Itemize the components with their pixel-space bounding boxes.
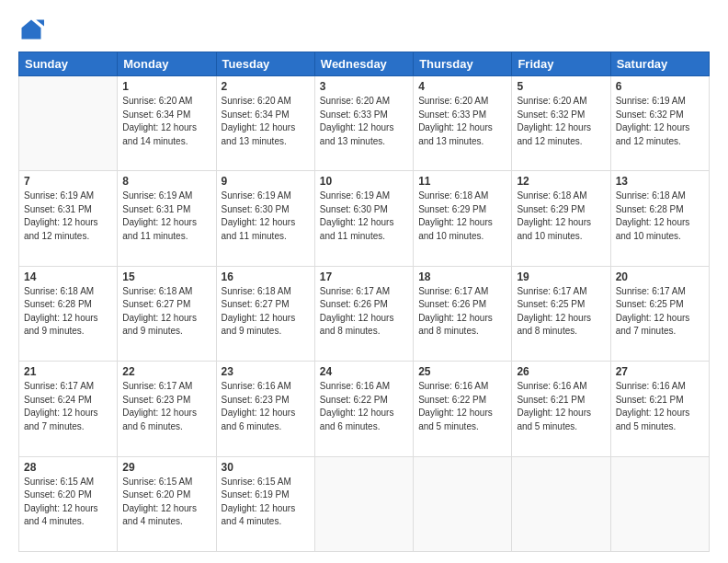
day-header-thursday: Thursday bbox=[414, 52, 512, 76]
day-cell bbox=[610, 456, 709, 551]
calendar-table: SundayMondayTuesdayWednesdayThursdayFrid… bbox=[18, 52, 710, 552]
day-number: 10 bbox=[320, 175, 408, 188]
logo bbox=[18, 17, 48, 42]
day-number: 17 bbox=[320, 270, 408, 283]
day-cell: 14Sunrise: 6:18 AM Sunset: 6:28 PM Dayli… bbox=[19, 266, 118, 361]
day-cell: 18Sunrise: 6:17 AM Sunset: 6:26 PM Dayli… bbox=[414, 266, 512, 361]
day-info: Sunrise: 6:18 AM Sunset: 6:28 PM Dayligh… bbox=[616, 190, 704, 243]
day-cell: 3Sunrise: 6:20 AM Sunset: 6:33 PM Daylig… bbox=[314, 76, 413, 171]
day-info: Sunrise: 6:15 AM Sunset: 6:20 PM Dayligh… bbox=[122, 476, 210, 529]
week-row-2: 7Sunrise: 6:19 AM Sunset: 6:31 PM Daylig… bbox=[19, 171, 710, 266]
day-cell: 28Sunrise: 6:15 AM Sunset: 6:20 PM Dayli… bbox=[19, 456, 118, 551]
calendar-header-row: SundayMondayTuesdayWednesdayThursdayFrid… bbox=[19, 52, 710, 76]
day-header-monday: Monday bbox=[118, 52, 216, 76]
day-cell: 9Sunrise: 6:19 AM Sunset: 6:30 PM Daylig… bbox=[216, 171, 314, 266]
day-cell: 17Sunrise: 6:17 AM Sunset: 6:26 PM Dayli… bbox=[314, 266, 413, 361]
day-number: 3 bbox=[320, 80, 408, 93]
day-cell: 16Sunrise: 6:18 AM Sunset: 6:27 PM Dayli… bbox=[216, 266, 314, 361]
day-number: 23 bbox=[222, 365, 310, 378]
day-cell: 26Sunrise: 6:16 AM Sunset: 6:21 PM Dayli… bbox=[512, 362, 610, 456]
day-cell: 23Sunrise: 6:16 AM Sunset: 6:23 PM Dayli… bbox=[216, 362, 314, 456]
day-number: 13 bbox=[616, 175, 704, 188]
svg-marker-0 bbox=[22, 20, 41, 40]
day-cell bbox=[512, 456, 610, 551]
day-cell: 13Sunrise: 6:18 AM Sunset: 6:28 PM Dayli… bbox=[610, 171, 709, 266]
day-cell bbox=[19, 76, 118, 171]
day-number: 30 bbox=[222, 461, 310, 474]
day-number: 22 bbox=[122, 365, 210, 378]
day-info: Sunrise: 6:15 AM Sunset: 6:19 PM Dayligh… bbox=[222, 476, 310, 529]
day-number: 16 bbox=[222, 270, 310, 283]
day-number: 20 bbox=[616, 270, 704, 283]
week-row-1: 1Sunrise: 6:20 AM Sunset: 6:34 PM Daylig… bbox=[19, 76, 710, 171]
day-header-saturday: Saturday bbox=[610, 52, 709, 76]
day-cell: 29Sunrise: 6:15 AM Sunset: 6:20 PM Dayli… bbox=[118, 456, 216, 551]
day-cell: 5Sunrise: 6:20 AM Sunset: 6:32 PM Daylig… bbox=[512, 76, 610, 171]
day-number: 2 bbox=[222, 80, 310, 93]
day-number: 9 bbox=[222, 175, 310, 188]
day-info: Sunrise: 6:19 AM Sunset: 6:31 PM Dayligh… bbox=[24, 190, 112, 243]
day-number: 21 bbox=[24, 365, 112, 378]
day-cell: 7Sunrise: 6:19 AM Sunset: 6:31 PM Daylig… bbox=[19, 171, 118, 266]
day-number: 25 bbox=[418, 365, 506, 378]
day-info: Sunrise: 6:19 AM Sunset: 6:30 PM Dayligh… bbox=[320, 190, 408, 243]
day-cell: 19Sunrise: 6:17 AM Sunset: 6:25 PM Dayli… bbox=[512, 266, 610, 361]
day-info: Sunrise: 6:20 AM Sunset: 6:33 PM Dayligh… bbox=[418, 95, 506, 148]
day-info: Sunrise: 6:17 AM Sunset: 6:25 PM Dayligh… bbox=[517, 285, 605, 339]
day-cell: 20Sunrise: 6:17 AM Sunset: 6:25 PM Dayli… bbox=[610, 266, 709, 361]
day-number: 24 bbox=[320, 365, 408, 378]
day-header-tuesday: Tuesday bbox=[216, 52, 314, 76]
day-info: Sunrise: 6:17 AM Sunset: 6:24 PM Dayligh… bbox=[24, 380, 112, 433]
day-cell bbox=[314, 456, 413, 551]
week-row-5: 28Sunrise: 6:15 AM Sunset: 6:20 PM Dayli… bbox=[19, 456, 710, 551]
day-number: 19 bbox=[517, 270, 605, 283]
day-header-friday: Friday bbox=[512, 52, 610, 76]
day-cell: 1Sunrise: 6:20 AM Sunset: 6:34 PM Daylig… bbox=[118, 76, 216, 171]
day-cell: 8Sunrise: 6:19 AM Sunset: 6:31 PM Daylig… bbox=[118, 171, 216, 266]
day-number: 7 bbox=[24, 175, 112, 188]
day-number: 18 bbox=[418, 270, 506, 283]
day-number: 14 bbox=[24, 270, 112, 283]
day-number: 8 bbox=[122, 175, 210, 188]
day-info: Sunrise: 6:18 AM Sunset: 6:29 PM Dayligh… bbox=[418, 190, 506, 243]
day-number: 15 bbox=[122, 270, 210, 283]
day-info: Sunrise: 6:15 AM Sunset: 6:20 PM Dayligh… bbox=[24, 476, 112, 529]
day-info: Sunrise: 6:20 AM Sunset: 6:34 PM Dayligh… bbox=[122, 95, 210, 148]
day-cell: 10Sunrise: 6:19 AM Sunset: 6:30 PM Dayli… bbox=[314, 171, 413, 266]
day-info: Sunrise: 6:17 AM Sunset: 6:25 PM Dayligh… bbox=[616, 285, 704, 339]
day-cell: 11Sunrise: 6:18 AM Sunset: 6:29 PM Dayli… bbox=[414, 171, 512, 266]
day-info: Sunrise: 6:20 AM Sunset: 6:33 PM Dayligh… bbox=[320, 95, 408, 148]
day-info: Sunrise: 6:17 AM Sunset: 6:26 PM Dayligh… bbox=[418, 285, 506, 339]
day-cell: 30Sunrise: 6:15 AM Sunset: 6:19 PM Dayli… bbox=[216, 456, 314, 551]
day-info: Sunrise: 6:20 AM Sunset: 6:32 PM Dayligh… bbox=[517, 95, 605, 148]
day-cell: 2Sunrise: 6:20 AM Sunset: 6:34 PM Daylig… bbox=[216, 76, 314, 171]
day-cell: 21Sunrise: 6:17 AM Sunset: 6:24 PM Dayli… bbox=[19, 362, 118, 456]
day-info: Sunrise: 6:19 AM Sunset: 6:30 PM Dayligh… bbox=[222, 190, 310, 243]
page: SundayMondayTuesdayWednesdayThursdayFrid… bbox=[0, 0, 728, 563]
day-number: 11 bbox=[418, 175, 506, 188]
day-info: Sunrise: 6:17 AM Sunset: 6:26 PM Dayligh… bbox=[320, 285, 408, 339]
day-info: Sunrise: 6:16 AM Sunset: 6:22 PM Dayligh… bbox=[320, 380, 408, 433]
day-header-sunday: Sunday bbox=[19, 52, 118, 76]
day-cell: 25Sunrise: 6:16 AM Sunset: 6:22 PM Dayli… bbox=[414, 362, 512, 456]
day-cell: 22Sunrise: 6:17 AM Sunset: 6:23 PM Dayli… bbox=[118, 362, 216, 456]
day-info: Sunrise: 6:19 AM Sunset: 6:31 PM Dayligh… bbox=[122, 190, 210, 243]
day-info: Sunrise: 6:16 AM Sunset: 6:22 PM Dayligh… bbox=[418, 380, 506, 433]
day-info: Sunrise: 6:18 AM Sunset: 6:27 PM Dayligh… bbox=[122, 285, 210, 339]
week-row-3: 14Sunrise: 6:18 AM Sunset: 6:28 PM Dayli… bbox=[19, 266, 710, 361]
day-number: 26 bbox=[517, 365, 605, 378]
day-number: 12 bbox=[517, 175, 605, 188]
day-cell: 24Sunrise: 6:16 AM Sunset: 6:22 PM Dayli… bbox=[314, 362, 413, 456]
day-number: 5 bbox=[517, 80, 605, 93]
day-number: 6 bbox=[616, 80, 704, 93]
day-number: 1 bbox=[122, 80, 210, 93]
week-row-4: 21Sunrise: 6:17 AM Sunset: 6:24 PM Dayli… bbox=[19, 362, 710, 456]
day-info: Sunrise: 6:16 AM Sunset: 6:23 PM Dayligh… bbox=[222, 380, 310, 433]
day-info: Sunrise: 6:16 AM Sunset: 6:21 PM Dayligh… bbox=[616, 380, 704, 433]
day-header-wednesday: Wednesday bbox=[314, 52, 413, 76]
day-cell: 15Sunrise: 6:18 AM Sunset: 6:27 PM Dayli… bbox=[118, 266, 216, 361]
day-info: Sunrise: 6:16 AM Sunset: 6:21 PM Dayligh… bbox=[517, 380, 605, 433]
day-number: 29 bbox=[122, 461, 210, 474]
day-info: Sunrise: 6:17 AM Sunset: 6:23 PM Dayligh… bbox=[122, 380, 210, 433]
day-cell: 27Sunrise: 6:16 AM Sunset: 6:21 PM Dayli… bbox=[610, 362, 709, 456]
